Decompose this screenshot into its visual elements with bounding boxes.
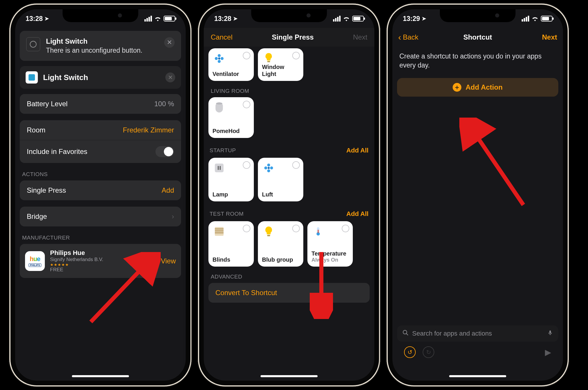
shortcut-nav: ‹ Back Shortcut Next — [392, 28, 563, 47]
thermometer-icon — [311, 225, 325, 238]
manufacturer-row[interactable]: hue PHILIPS Philips Hue Signify Netherla… — [20, 244, 181, 278]
add-action-button[interactable]: ＋ Add Action — [397, 78, 558, 97]
redo-button: ↻ — [423, 346, 434, 358]
tile-label: Luft — [262, 191, 299, 198]
back-button[interactable]: ‹ Back — [398, 33, 418, 41]
back-label: Back — [403, 33, 418, 41]
actions-section-label: ACTIONS — [15, 163, 186, 180]
banner-subtitle: There is an unconfigured button. — [46, 47, 175, 54]
location-icon: ➤ — [422, 15, 426, 22]
wifi-icon — [154, 16, 161, 21]
home-indicator[interactable] — [449, 375, 506, 377]
status-time: 13:29 ➤ — [403, 15, 426, 23]
close-icon[interactable]: ✕ — [164, 37, 175, 48]
add-action-label: Add Action — [465, 83, 502, 91]
search-input[interactable]: Search for apps and actions — [397, 325, 558, 342]
mic-icon[interactable] — [547, 330, 553, 337]
accessory-tile-lamp[interactable]: Lamp — [208, 158, 254, 201]
accessory-tile-blub-group[interactable]: Blub group — [258, 221, 303, 267]
next-button[interactable]: Next — [542, 33, 557, 41]
convert-to-shortcut-row[interactable]: Convert To Shortcut — [208, 283, 370, 303]
svg-rect-6 — [215, 164, 224, 172]
play-button[interactable]: ▶ — [545, 348, 551, 357]
single-press-label: Single Press — [27, 186, 66, 194]
select-circle[interactable] — [292, 52, 300, 59]
blinds-icon — [212, 225, 226, 238]
battery-icon — [352, 16, 364, 22]
accessory-tile-blinds[interactable]: Blinds — [208, 221, 254, 267]
switch-outline-icon — [26, 37, 40, 51]
select-circle[interactable] — [243, 161, 250, 169]
select-circle[interactable] — [243, 225, 250, 232]
accessory-tile-window-light[interactable]: Window Light — [258, 48, 303, 81]
status-icons — [144, 16, 175, 22]
accessory-tile-ventilator[interactable]: Ventilator — [208, 48, 254, 81]
status-time: 13:28 ➤ — [214, 15, 238, 23]
test-room-section: TEST ROOM — [210, 211, 244, 217]
home-indicator[interactable] — [261, 375, 318, 377]
tile-label: Blinds — [212, 256, 250, 263]
switch-icon — [26, 71, 38, 84]
tile-label: Window Light — [262, 63, 299, 77]
home-indicator[interactable] — [72, 375, 129, 377]
search-placeholder: Search for apps and actions — [412, 330, 544, 337]
unconfigured-banner: Light Switch There is an unconfigured bu… — [20, 31, 181, 61]
svg-point-5 — [216, 102, 222, 104]
battery-icon — [164, 16, 175, 22]
status-time: 13:28 ➤ — [26, 15, 49, 23]
svg-rect-7 — [218, 166, 219, 170]
single-press-row[interactable]: Single Press Add — [20, 180, 181, 200]
favorites-toggle[interactable] — [155, 146, 174, 157]
select-circle[interactable] — [292, 161, 300, 169]
accessory-tile-luft[interactable]: Luft — [258, 158, 303, 201]
advanced-section: ADVANCED — [204, 267, 374, 283]
convert-to-shortcut-label: Convert To Shortcut — [215, 289, 277, 297]
select-circle[interactable] — [243, 52, 250, 59]
battery-icon — [541, 16, 552, 22]
hue-logo-icon: hue PHILIPS — [25, 251, 45, 271]
annotation-arrow — [310, 249, 333, 320]
select-circle[interactable] — [243, 101, 250, 108]
shortcut-description: Create a shortcut to actions you do in y… — [392, 47, 563, 78]
location-icon: ➤ — [45, 15, 49, 22]
modal-title: Single Press — [272, 33, 314, 41]
room-value: Frederik Zimmer — [123, 126, 174, 134]
include-favorites-row[interactable]: Include in Favorites — [20, 140, 181, 163]
next-button-disabled: Next — [353, 33, 367, 41]
tile-label: Blub group — [262, 256, 299, 263]
search-icon — [402, 329, 409, 338]
view-button[interactable]: View — [161, 257, 176, 265]
rating-stars: ★★★★★ — [50, 263, 103, 267]
svg-rect-22 — [550, 331, 551, 334]
room-row[interactable]: Room Frederik Zimmer — [20, 120, 181, 140]
page-title: Shortcut — [463, 33, 492, 41]
svg-rect-3 — [267, 61, 270, 62]
fan-icon — [212, 52, 226, 65]
bridge-row[interactable]: Bridge › — [20, 207, 181, 226]
select-circle[interactable] — [342, 225, 349, 232]
svg-line-21 — [406, 334, 408, 335]
clear-text-icon[interactable]: ✕ — [165, 72, 175, 82]
accessory-tile-pomehod[interactable]: PomeHod — [208, 97, 254, 138]
plus-icon: ＋ — [453, 83, 461, 92]
banner-title: Light Switch — [46, 37, 175, 45]
single-press-add[interactable]: Add — [162, 186, 174, 194]
undo-button[interactable]: ↺ — [404, 346, 416, 358]
tile-label: PomeHod — [212, 127, 250, 134]
wifi-icon — [343, 16, 350, 21]
add-all-button[interactable]: Add All — [346, 210, 369, 218]
add-all-button[interactable]: Add All — [346, 147, 369, 154]
select-circle[interactable] — [292, 225, 300, 232]
svg-point-9 — [268, 167, 270, 169]
living-room-section: LIVING ROOM — [204, 81, 374, 97]
status-icons — [333, 16, 364, 22]
cancel-button[interactable]: Cancel — [211, 33, 233, 41]
manufacturer-price: FREE — [50, 267, 103, 273]
bulb-icon — [262, 52, 275, 63]
svg-line-19 — [468, 123, 523, 205]
wifi-icon — [532, 16, 539, 21]
annotation-arrow — [459, 118, 529, 212]
tile-label: Ventilator — [212, 70, 250, 77]
svg-rect-8 — [220, 166, 221, 170]
accessory-name-row[interactable]: Light Switch ✕ — [20, 66, 181, 89]
